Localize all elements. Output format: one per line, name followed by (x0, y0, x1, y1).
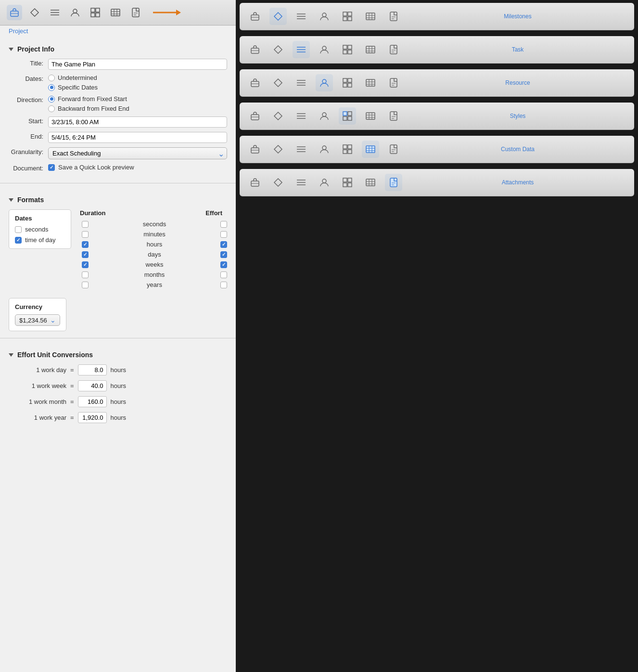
right-resource-icon[interactable] (316, 8, 333, 25)
resource-row-styles-icon[interactable] (339, 74, 356, 91)
styles-row-milestone-icon[interactable] (269, 107, 287, 125)
effort-year-input[interactable] (78, 412, 107, 423)
attach-row-resource-icon[interactable] (316, 174, 333, 191)
project-icon[interactable] (7, 5, 22, 20)
resource-row-attachments-icon[interactable] (385, 74, 402, 91)
right-styles-icon[interactable] (339, 8, 356, 25)
attach-row-styles-icon[interactable] (339, 174, 356, 191)
dur-days-checkbox[interactable] (82, 251, 89, 258)
custom-row-milestone-icon[interactable] (269, 141, 287, 158)
right-milestones-icon[interactable] (269, 8, 287, 25)
granularity-select[interactable]: Exact Scheduling Days Weeks (48, 147, 227, 159)
attach-row-attachments-icon[interactable] (385, 174, 402, 191)
currency-dropdown[interactable]: $1,234.56 ⌄ (15, 314, 60, 326)
dates-timeofday-checkbox[interactable] (15, 237, 22, 244)
direction-forward-radio[interactable] (48, 96, 55, 103)
dates-specific[interactable]: Specific Dates (48, 84, 227, 91)
styles-row-project-icon[interactable] (246, 107, 264, 125)
toolbar-item-project[interactable] (7, 5, 22, 20)
eff-seconds-checkbox[interactable] (220, 221, 227, 228)
right-attachments-icon[interactable] (385, 8, 402, 25)
effort-month-input[interactable] (78, 396, 107, 407)
dur-seconds-checkbox[interactable] (82, 221, 89, 228)
dates-undetermined[interactable]: Undetermined (48, 74, 227, 81)
attachments-icon[interactable] (128, 5, 143, 20)
document-checkbox-row[interactable]: Save a Quick Look preview (48, 164, 227, 171)
document-checkbox[interactable] (48, 164, 55, 171)
attach-row-task-icon[interactable] (293, 174, 310, 191)
resource-row-project-icon[interactable] (246, 74, 264, 91)
custom-row-task-icon[interactable] (293, 141, 310, 158)
direction-backward-radio[interactable] (48, 105, 55, 112)
attach-row-milestone-icon[interactable] (269, 174, 287, 191)
styles-row-styles-icon[interactable] (339, 107, 356, 125)
resource-row-milestone-icon[interactable] (269, 74, 287, 91)
svg-rect-51 (366, 46, 375, 53)
task-row-task-icon[interactable] (293, 41, 310, 58)
right-task-icon[interactable] (293, 8, 310, 25)
effort-day-label: 1 work day (9, 366, 66, 374)
eff-minutes-checkbox[interactable] (220, 231, 227, 238)
eff-weeks-checkbox[interactable] (220, 261, 227, 268)
resource-row-customdata-icon[interactable] (362, 74, 379, 91)
dur-minutes-checkbox[interactable] (82, 231, 89, 238)
custom-row-styles-icon[interactable] (339, 141, 356, 158)
dates-seconds-checkbox[interactable] (15, 226, 22, 233)
styles-row-task-icon[interactable] (293, 107, 310, 125)
eff-years-checkbox[interactable] (220, 282, 227, 288)
effort-collapse-icon[interactable] (9, 353, 13, 357)
collapse-icon[interactable] (9, 48, 13, 51)
toolbar-item-task[interactable] (47, 5, 63, 20)
styles-row-customdata-icon[interactable] (362, 107, 379, 125)
custom-row-resource-icon[interactable] (316, 141, 333, 158)
styles-icon[interactable] (88, 5, 103, 20)
dates-undetermined-radio[interactable] (48, 75, 55, 81)
right-project-icon[interactable] (246, 8, 264, 25)
title-input[interactable] (48, 59, 227, 70)
resource-icon[interactable] (67, 5, 83, 20)
direction-forward[interactable]: Forward from Fixed Start (48, 95, 227, 103)
resource-row-resource-icon[interactable] (316, 74, 333, 91)
resource-row-task-icon[interactable] (293, 74, 310, 91)
direction-backward[interactable]: Backward from Fixed End (48, 105, 227, 112)
effort-day-input[interactable] (78, 364, 107, 375)
toolbar-item-resource[interactable] (67, 5, 83, 20)
task-row-attachments-icon[interactable] (385, 41, 402, 58)
end-input[interactable] (48, 132, 227, 143)
styles-row-resource-icon[interactable] (316, 107, 333, 125)
dates-timeofday-row[interactable]: time of day (15, 236, 65, 244)
task-row-resource-icon[interactable] (316, 41, 333, 58)
formats-collapse-icon[interactable] (9, 198, 13, 202)
toolbar-item-styles[interactable] (88, 5, 103, 20)
dur-hours-checkbox[interactable] (82, 241, 89, 248)
task-row-project-icon[interactable] (246, 41, 264, 58)
custom-row-customdata-icon[interactable] (362, 141, 379, 158)
dur-weeks-checkbox[interactable] (82, 261, 89, 268)
attach-row-project-icon[interactable] (246, 174, 264, 191)
eff-hours-checkbox[interactable] (220, 241, 227, 248)
task-row-milestone-icon[interactable] (269, 41, 287, 58)
task-icon[interactable] (47, 5, 63, 20)
styles-row-attachments-icon[interactable] (385, 107, 402, 125)
dates-seconds-row[interactable]: seconds (15, 226, 65, 233)
milestone-icon[interactable] (27, 5, 42, 20)
dur-months-checkbox[interactable] (82, 271, 89, 278)
dur-years-checkbox[interactable] (82, 282, 89, 288)
toolbar-item-custom-data[interactable] (108, 5, 123, 20)
start-input[interactable] (48, 116, 227, 128)
right-customdata-icon[interactable] (362, 8, 379, 25)
eff-days-checkbox[interactable] (220, 251, 227, 258)
attach-row-customdata-icon[interactable] (362, 174, 379, 191)
eff-months-checkbox[interactable] (220, 271, 227, 278)
task-row-customdata-icon[interactable] (362, 41, 379, 58)
custom-row-project-icon[interactable] (246, 141, 264, 158)
custom-data-icon[interactable] (108, 5, 123, 20)
toolbar-item-attachments[interactable] (128, 5, 143, 20)
task-row-styles-icon[interactable] (339, 41, 356, 58)
dates-specific-radio[interactable] (48, 84, 55, 91)
effort-week-eq: = (70, 382, 74, 389)
effort-week-input[interactable] (78, 380, 107, 391)
custom-row-attachments-icon[interactable] (385, 141, 402, 158)
toolbar-item-milestones[interactable] (27, 5, 42, 20)
svg-rect-123 (343, 178, 347, 182)
